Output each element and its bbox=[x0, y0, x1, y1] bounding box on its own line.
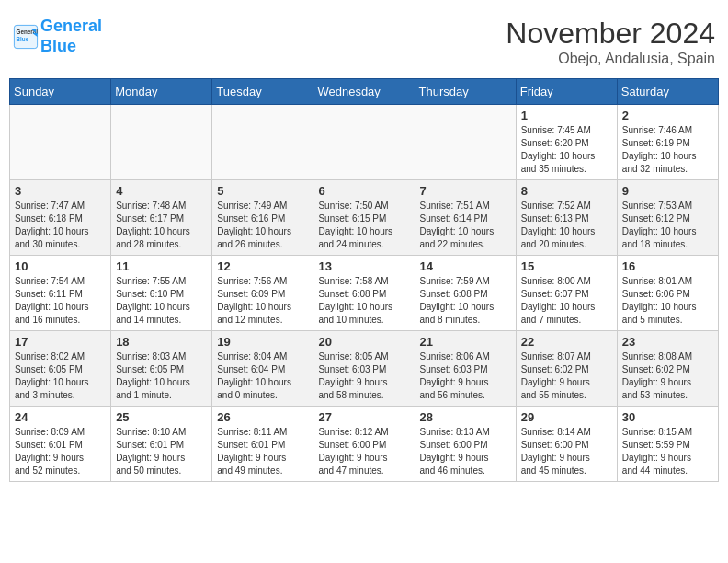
calendar-week-row: 24Sunrise: 8:09 AMSunset: 6:01 PMDayligh… bbox=[10, 407, 719, 482]
calendar-cell: 23Sunrise: 8:08 AMSunset: 6:02 PMDayligh… bbox=[617, 331, 718, 407]
calendar-cell: 21Sunrise: 8:06 AMSunset: 6:03 PMDayligh… bbox=[415, 331, 516, 407]
calendar-cell: 2Sunrise: 7:46 AMSunset: 6:19 PMDaylight… bbox=[617, 105, 718, 180]
day-number: 4 bbox=[116, 184, 207, 198]
day-info: Sunrise: 7:52 AMSunset: 6:13 PMDaylight:… bbox=[521, 200, 612, 251]
calendar-cell: 13Sunrise: 7:58 AMSunset: 6:08 PMDayligh… bbox=[313, 256, 415, 331]
day-number: 12 bbox=[217, 259, 308, 273]
day-info: Sunrise: 8:08 AMSunset: 6:02 PMDaylight:… bbox=[622, 350, 713, 402]
day-number: 3 bbox=[15, 184, 106, 198]
calendar-cell: 18Sunrise: 8:03 AMSunset: 6:05 PMDayligh… bbox=[111, 331, 212, 407]
logo: General Blue GeneralBlue bbox=[13, 17, 102, 56]
day-info: Sunrise: 8:14 AMSunset: 6:00 PMDaylight:… bbox=[521, 426, 612, 477]
calendar-cell bbox=[10, 105, 111, 180]
calendar-cell bbox=[212, 105, 313, 180]
calendar-cell: 27Sunrise: 8:12 AMSunset: 6:00 PMDayligh… bbox=[313, 407, 415, 482]
calendar-week-row: 10Sunrise: 7:54 AMSunset: 6:11 PMDayligh… bbox=[10, 256, 719, 331]
day-info: Sunrise: 7:59 AMSunset: 6:08 PMDaylight:… bbox=[420, 275, 511, 327]
calendar-cell: 14Sunrise: 7:59 AMSunset: 6:08 PMDayligh… bbox=[415, 256, 516, 331]
month-title: November 2024 bbox=[506, 17, 715, 51]
calendar-cell: 28Sunrise: 8:13 AMSunset: 6:00 PMDayligh… bbox=[415, 407, 516, 482]
day-number: 27 bbox=[318, 410, 409, 424]
calendar-cell: 3Sunrise: 7:47 AMSunset: 6:18 PMDaylight… bbox=[10, 180, 111, 256]
day-info: Sunrise: 7:54 AMSunset: 6:11 PMDaylight:… bbox=[15, 275, 106, 327]
day-info: Sunrise: 7:49 AMSunset: 6:16 PMDaylight:… bbox=[217, 200, 308, 251]
day-info: Sunrise: 7:50 AMSunset: 6:15 PMDaylight:… bbox=[318, 200, 409, 251]
logo-text: GeneralBlue bbox=[40, 17, 102, 56]
day-info: Sunrise: 8:01 AMSunset: 6:06 PMDaylight:… bbox=[622, 275, 713, 327]
day-number: 10 bbox=[15, 259, 106, 273]
day-info: Sunrise: 8:07 AMSunset: 6:02 PMDaylight:… bbox=[521, 350, 612, 402]
day-info: Sunrise: 7:58 AMSunset: 6:08 PMDaylight:… bbox=[318, 275, 409, 327]
weekday-header-monday: Monday bbox=[111, 79, 212, 105]
day-info: Sunrise: 8:09 AMSunset: 6:01 PMDaylight:… bbox=[15, 426, 106, 477]
day-number: 7 bbox=[420, 184, 511, 198]
day-info: Sunrise: 7:46 AMSunset: 6:19 PMDaylight:… bbox=[622, 124, 713, 176]
calendar-cell: 30Sunrise: 8:15 AMSunset: 5:59 PMDayligh… bbox=[617, 407, 718, 482]
calendar-cell: 22Sunrise: 8:07 AMSunset: 6:02 PMDayligh… bbox=[516, 331, 617, 407]
day-number: 19 bbox=[217, 335, 308, 349]
weekday-header-thursday: Thursday bbox=[415, 79, 516, 105]
day-number: 18 bbox=[116, 335, 207, 349]
day-number: 20 bbox=[318, 335, 409, 349]
calendar-cell: 5Sunrise: 7:49 AMSunset: 6:16 PMDaylight… bbox=[212, 180, 313, 256]
weekday-header-sunday: Sunday bbox=[10, 79, 111, 105]
day-number: 22 bbox=[521, 335, 612, 349]
weekday-header-tuesday: Tuesday bbox=[212, 79, 313, 105]
calendar-cell bbox=[313, 105, 415, 180]
day-info: Sunrise: 8:02 AMSunset: 6:05 PMDaylight:… bbox=[15, 350, 106, 402]
calendar-cell: 11Sunrise: 7:55 AMSunset: 6:10 PMDayligh… bbox=[111, 256, 212, 331]
weekday-header-wednesday: Wednesday bbox=[313, 79, 415, 105]
calendar-cell: 8Sunrise: 7:52 AMSunset: 6:13 PMDaylight… bbox=[516, 180, 617, 256]
calendar-cell: 1Sunrise: 7:45 AMSunset: 6:20 PMDaylight… bbox=[516, 105, 617, 180]
day-info: Sunrise: 8:06 AMSunset: 6:03 PMDaylight:… bbox=[420, 350, 511, 402]
day-info: Sunrise: 7:45 AMSunset: 6:20 PMDaylight:… bbox=[521, 124, 612, 176]
calendar-cell: 10Sunrise: 7:54 AMSunset: 6:11 PMDayligh… bbox=[10, 256, 111, 331]
calendar-cell: 25Sunrise: 8:10 AMSunset: 6:01 PMDayligh… bbox=[111, 407, 212, 482]
day-number: 15 bbox=[521, 259, 612, 273]
day-number: 9 bbox=[622, 184, 713, 198]
calendar-cell bbox=[111, 105, 212, 180]
calendar-cell: 15Sunrise: 8:00 AMSunset: 6:07 PMDayligh… bbox=[516, 256, 617, 331]
day-number: 8 bbox=[521, 184, 612, 198]
calendar-cell: 19Sunrise: 8:04 AMSunset: 6:04 PMDayligh… bbox=[212, 331, 313, 407]
calendar-cell: 29Sunrise: 8:14 AMSunset: 6:00 PMDayligh… bbox=[516, 407, 617, 482]
calendar-cell: 6Sunrise: 7:50 AMSunset: 6:15 PMDaylight… bbox=[313, 180, 415, 256]
calendar-cell: 16Sunrise: 8:01 AMSunset: 6:06 PMDayligh… bbox=[617, 256, 718, 331]
day-info: Sunrise: 8:15 AMSunset: 5:59 PMDaylight:… bbox=[622, 426, 713, 477]
day-number: 30 bbox=[622, 410, 713, 424]
page-header: General Blue GeneralBlue November 2024 O… bbox=[9, 9, 719, 78]
day-number: 24 bbox=[15, 410, 106, 424]
weekday-header-row: SundayMondayTuesdayWednesdayThursdayFrid… bbox=[10, 79, 719, 105]
day-info: Sunrise: 8:00 AMSunset: 6:07 PMDaylight:… bbox=[521, 275, 612, 327]
day-number: 21 bbox=[420, 335, 511, 349]
day-info: Sunrise: 7:48 AMSunset: 6:17 PMDaylight:… bbox=[116, 200, 207, 251]
day-info: Sunrise: 8:12 AMSunset: 6:00 PMDaylight:… bbox=[318, 426, 409, 477]
svg-text:Blue: Blue bbox=[17, 35, 29, 41]
logo-icon: General Blue bbox=[13, 24, 39, 50]
day-number: 11 bbox=[116, 259, 207, 273]
day-number: 28 bbox=[420, 410, 511, 424]
day-number: 6 bbox=[318, 184, 409, 198]
weekday-header-saturday: Saturday bbox=[617, 79, 718, 105]
calendar-week-row: 1Sunrise: 7:45 AMSunset: 6:20 PMDaylight… bbox=[10, 105, 719, 180]
day-number: 5 bbox=[217, 184, 308, 198]
calendar-cell bbox=[415, 105, 516, 180]
day-number: 1 bbox=[521, 109, 612, 122]
calendar-cell: 12Sunrise: 7:56 AMSunset: 6:09 PMDayligh… bbox=[212, 256, 313, 331]
day-number: 13 bbox=[318, 259, 409, 273]
calendar-cell: 7Sunrise: 7:51 AMSunset: 6:14 PMDaylight… bbox=[415, 180, 516, 256]
day-info: Sunrise: 7:53 AMSunset: 6:12 PMDaylight:… bbox=[622, 200, 713, 251]
day-info: Sunrise: 8:04 AMSunset: 6:04 PMDaylight:… bbox=[217, 350, 308, 402]
day-info: Sunrise: 7:55 AMSunset: 6:10 PMDaylight:… bbox=[116, 275, 207, 327]
day-info: Sunrise: 8:10 AMSunset: 6:01 PMDaylight:… bbox=[116, 426, 207, 477]
calendar-cell: 24Sunrise: 8:09 AMSunset: 6:01 PMDayligh… bbox=[10, 407, 111, 482]
day-info: Sunrise: 8:03 AMSunset: 6:05 PMDaylight:… bbox=[116, 350, 207, 402]
day-info: Sunrise: 8:13 AMSunset: 6:00 PMDaylight:… bbox=[420, 426, 511, 477]
day-info: Sunrise: 8:05 AMSunset: 6:03 PMDaylight:… bbox=[318, 350, 409, 402]
calendar-cell: 26Sunrise: 8:11 AMSunset: 6:01 PMDayligh… bbox=[212, 407, 313, 482]
calendar-cell: 4Sunrise: 7:48 AMSunset: 6:17 PMDaylight… bbox=[111, 180, 212, 256]
day-number: 23 bbox=[622, 335, 713, 349]
day-number: 29 bbox=[521, 410, 612, 424]
calendar-week-row: 3Sunrise: 7:47 AMSunset: 6:18 PMDaylight… bbox=[10, 180, 719, 256]
day-info: Sunrise: 7:56 AMSunset: 6:09 PMDaylight:… bbox=[217, 275, 308, 327]
